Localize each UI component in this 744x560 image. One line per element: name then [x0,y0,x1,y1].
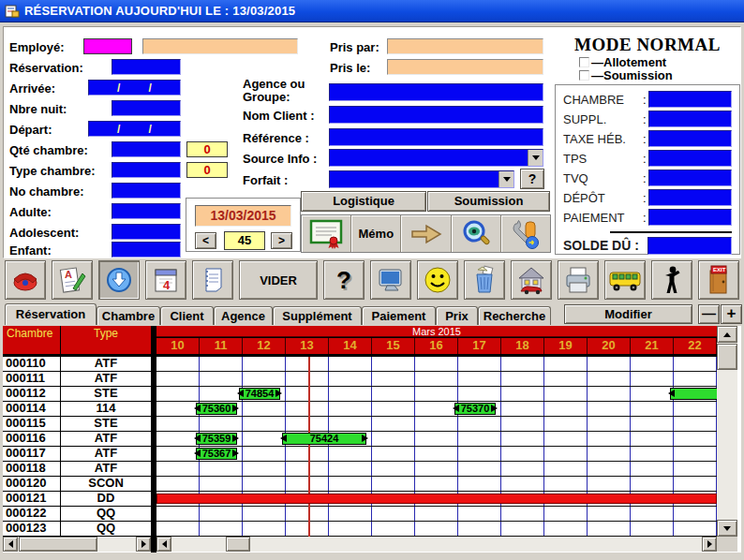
reservation-bar[interactable]: 75424 [282,433,366,445]
room-type-cell[interactable]: QQ [61,507,151,521]
room-type-cell[interactable]: 114 [61,402,151,416]
depart-field[interactable]: // [88,121,181,137]
scroll-left-button[interactable] [3,537,18,552]
current-date-field[interactable]: 13/03/2015 [195,205,291,227]
employe-code-field[interactable] [83,38,132,54]
room-number-cell[interactable]: 000117 [3,447,61,461]
room-type-cell[interactable]: STE [61,417,151,431]
room-row[interactable]: 000122QQ [3,507,151,522]
room-row[interactable]: 000116ATF [3,432,151,447]
allotement-checkbox[interactable] [579,57,589,67]
tab-paiement[interactable]: Paiement [362,306,436,325]
zoom-in-button[interactable]: + [721,304,742,324]
modifier-button[interactable]: Modifier [564,304,692,324]
soumission-button[interactable]: Soumission [427,191,550,212]
date-next-button[interactable]: > [271,232,292,249]
titlebar[interactable]: RÉSERVATION AUJOURD'HUI LE : 13/03/2015 [0,0,744,22]
room-row[interactable]: 000111ATF [3,372,151,387]
calendar-button[interactable]: 4 [145,260,186,300]
home-button[interactable] [511,260,552,300]
grid-row[interactable] [156,372,717,387]
grid-row[interactable]: 75367 [156,447,717,462]
scroll-down-button[interactable] [717,520,737,537]
room-row[interactable]: 000117ATF [3,447,151,462]
phone-button[interactable] [5,260,46,300]
source-info-dropdown-button[interactable] [528,150,543,166]
room-row[interactable]: 000114114 [3,402,151,417]
reservation-bar[interactable]: 75360 [196,403,237,415]
notes-button[interactable] [192,260,233,300]
arrivee-field[interactable]: // [88,80,181,96]
forfait-help-button[interactable]: ? [520,169,544,189]
date-prev-button[interactable]: < [195,232,216,249]
scroll-right-button[interactable] [136,537,151,552]
adolescent-field[interactable] [112,224,181,240]
grid-row[interactable] [156,417,717,432]
room-number-cell[interactable]: 000111 [3,372,61,386]
room-row[interactable]: 000118ATF [3,462,151,477]
reservation-bar[interactable]: 75370 [454,403,496,415]
scroll-right-button[interactable] [702,537,717,552]
vertical-scrollbar[interactable] [717,326,737,537]
no-chambre-field[interactable] [112,183,181,199]
grid-body[interactable]: 748547536075370753597542475367 [156,357,717,537]
room-row[interactable]: 000123QQ [3,522,151,537]
nom-client-field[interactable] [329,106,543,124]
grid-row[interactable] [156,492,717,507]
memo-button[interactable]: Mémo [351,215,401,252]
search-button[interactable] [452,215,501,252]
room-type-cell[interactable]: QQ [61,522,151,536]
tab-prix[interactable]: Prix [436,306,478,325]
grid-row[interactable]: 7535975424 [156,432,717,447]
room-type-cell[interactable]: ATF [61,447,151,461]
room-number-cell[interactable]: 000114 [3,402,61,416]
agence-field[interactable] [329,83,543,101]
tools-button[interactable] [501,215,550,252]
room-number-cell[interactable]: 000116 [3,432,61,446]
person-button[interactable] [651,260,692,300]
zoom-out-button[interactable]: — [698,304,720,324]
room-row[interactable]: 000112STE [3,387,151,402]
grid-scroll-thumb[interactable] [226,537,250,552]
vertical-scroll-thumb[interactable] [717,344,737,370]
scroll-left-button[interactable] [156,537,171,552]
room-row[interactable]: 000120SCON [3,477,151,492]
room-number-cell[interactable]: 000112 [3,387,61,401]
nbre-nuit-field[interactable] [112,100,181,116]
room-number-cell[interactable]: 000123 [3,522,61,536]
next-button[interactable] [401,215,451,252]
grid-row[interactable] [156,507,717,522]
logistique-button[interactable]: Logistique [301,191,426,212]
pris-le-field[interactable] [387,59,543,75]
forfait-dropdown[interactable] [329,170,514,188]
grid-row[interactable] [156,477,717,492]
forfait-dropdown-button[interactable] [498,171,513,187]
scroll-up-button[interactable] [717,326,737,343]
vider-button[interactable]: VIDER [239,260,318,300]
room-type-cell[interactable]: STE [61,387,151,401]
room-number-cell[interactable]: 000110 [3,357,61,371]
room-type-cell[interactable]: ATF [61,462,151,476]
room-number-cell[interactable]: 000122 [3,507,61,521]
tab-client[interactable]: Client [160,306,214,325]
tab-agence[interactable]: Agence [214,306,273,325]
grid-row[interactable] [156,357,717,372]
room-number-cell[interactable]: 000118 [3,462,61,476]
smiley-button[interactable] [417,260,458,300]
source-info-dropdown[interactable] [329,149,543,167]
edit-note-button[interactable]: A [52,260,93,300]
room-type-cell[interactable]: DD [61,492,151,506]
room-type-cell[interactable]: ATF [61,357,151,371]
tab-recherche[interactable]: Recherche [478,306,551,325]
download-button[interactable] [98,260,140,300]
adulte-field[interactable] [112,203,181,219]
tab-reservation[interactable]: Réservation [5,303,97,325]
tab-supplement[interactable]: Supplément [273,306,362,325]
room-number-cell[interactable]: 000121 [3,492,61,506]
reservation-bar[interactable] [670,388,717,400]
blocked-row-bar[interactable] [156,494,717,504]
grid-row[interactable]: 7536075370 [156,402,717,417]
help-button[interactable]: ? [323,260,365,300]
certificate-button[interactable] [302,215,351,252]
bus-button[interactable] [604,260,646,300]
